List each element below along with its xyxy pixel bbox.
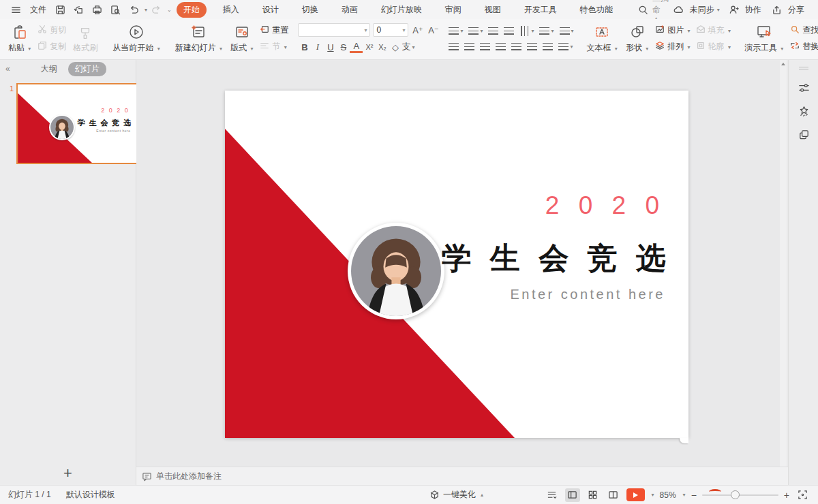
object-properties-icon[interactable] bbox=[789, 76, 818, 99]
font-family-select[interactable]: ▾ bbox=[298, 23, 370, 37]
play-from-current-button[interactable]: 从当前开始 ▾ bbox=[108, 24, 164, 54]
collapse-panel-button[interactable]: « bbox=[5, 64, 10, 74]
undo-chevron-icon[interactable]: ▾ bbox=[145, 7, 147, 13]
zoom-level[interactable]: 85% bbox=[660, 490, 676, 500]
one-click-beautify-button[interactable]: 一键美化 ▴ bbox=[429, 489, 483, 501]
quickbar-chevron-icon[interactable]: ⌄ bbox=[167, 7, 172, 13]
save-icon[interactable] bbox=[55, 4, 65, 16]
shapes-button[interactable]: 形状 ▾ bbox=[622, 24, 652, 54]
reset-button[interactable]: 重置 bbox=[257, 24, 291, 37]
clear-format-button[interactable]: ◇ bbox=[389, 40, 402, 54]
tab-transitions[interactable]: 切换 bbox=[295, 2, 325, 18]
tab-review[interactable]: 审阅 bbox=[438, 2, 468, 18]
slide-sorter-view-button[interactable] bbox=[586, 488, 601, 502]
output-icon[interactable] bbox=[74, 4, 84, 16]
decrease-indent-button[interactable] bbox=[486, 25, 500, 36]
present-tools-button[interactable]: 演示工具 ▾ bbox=[740, 24, 787, 54]
editing-canvas[interactable]: 2 0 2 0 学 生 会 竞 选 Enter content here bbox=[136, 60, 788, 467]
slideshow-play-button[interactable] bbox=[626, 488, 645, 501]
align-left-button[interactable] bbox=[446, 41, 461, 52]
zoom-out-button[interactable]: − bbox=[691, 490, 697, 501]
tab-home[interactable]: 开始 bbox=[177, 2, 207, 18]
replace-button[interactable]: 替换 ▾ bbox=[787, 40, 818, 54]
avatar[interactable] bbox=[348, 223, 444, 319]
tab-special-features[interactable]: 特色功能 bbox=[573, 2, 620, 18]
tab-slides[interactable]: 幻灯片 bbox=[68, 62, 106, 76]
align-right-button[interactable] bbox=[478, 41, 492, 52]
paragraph-more-button[interactable]: ▾ bbox=[558, 25, 576, 36]
normal-view-button[interactable] bbox=[565, 488, 580, 502]
redo-icon bbox=[151, 4, 162, 16]
underline-button[interactable]: U bbox=[324, 40, 337, 54]
zoom-chevron-icon[interactable]: ▾ bbox=[683, 492, 686, 498]
numbered-list-button[interactable]: ▾ bbox=[466, 25, 485, 36]
template-name[interactable]: 默认设计模板 bbox=[66, 489, 115, 501]
print-icon[interactable] bbox=[92, 4, 102, 16]
line-spacing-button[interactable]: ▾ bbox=[537, 25, 556, 36]
add-slide-button[interactable]: + bbox=[0, 466, 136, 481]
vertical-scrollbar[interactable] bbox=[780, 60, 787, 467]
thumb-year-text: 2 0 2 0 bbox=[101, 107, 130, 114]
notes-icon bbox=[142, 471, 152, 482]
justify-button[interactable] bbox=[494, 41, 508, 52]
strikethrough-button[interactable]: S bbox=[337, 40, 350, 54]
play-options-chevron-icon[interactable]: ▾ bbox=[652, 492, 654, 498]
bold-button[interactable]: B bbox=[298, 40, 311, 54]
text-tool-button[interactable]: 支▾ bbox=[402, 40, 414, 54]
print-preview-icon[interactable] bbox=[110, 4, 121, 16]
tab-slideshow[interactable]: 幻灯片放映 bbox=[374, 2, 429, 18]
superscript-button[interactable]: X² bbox=[363, 40, 376, 54]
rail-drag-handle[interactable] bbox=[799, 67, 808, 71]
bullet-list-button[interactable]: ▾ bbox=[446, 25, 465, 36]
layout-button[interactable]: 版式 ▾ bbox=[226, 24, 257, 54]
find-button[interactable]: 查找 bbox=[787, 24, 818, 37]
reading-view-button[interactable] bbox=[606, 488, 621, 502]
text-box-button[interactable]: 文本框 ▾ bbox=[583, 24, 622, 54]
align-center-button[interactable] bbox=[462, 41, 476, 52]
fit-to-window-button[interactable] bbox=[795, 488, 810, 502]
hamburger-menu-icon[interactable] bbox=[11, 4, 21, 16]
subtitle-text[interactable]: Enter content here bbox=[510, 287, 665, 302]
more-options-icon[interactable]: ⋮ bbox=[815, 5, 818, 14]
para-spacing-dec-button[interactable]: ▾ bbox=[556, 41, 575, 52]
text-direction-button[interactable]: ▾ bbox=[517, 25, 536, 36]
tab-design[interactable]: 设计 bbox=[256, 2, 286, 18]
subscript-button[interactable]: X₂ bbox=[376, 40, 389, 54]
slide-editor[interactable]: 2 0 2 0 学 生 会 竞 选 Enter content here bbox=[225, 91, 688, 438]
title-text[interactable]: 学 生 会 竞 选 bbox=[442, 238, 670, 279]
tab-outline[interactable]: 大纲 bbox=[34, 62, 64, 76]
distribute-button[interactable] bbox=[509, 41, 524, 52]
tab-view[interactable]: 视图 bbox=[478, 2, 508, 18]
notes-bar[interactable]: 单击此处添加备注 bbox=[136, 467, 788, 485]
sync-status[interactable]: 未同步 bbox=[690, 4, 714, 16]
new-slide-button[interactable]: 新建幻灯片 ▾ bbox=[171, 24, 226, 54]
shape-compare-icon[interactable] bbox=[789, 123, 818, 146]
scroll-up-icon[interactable] bbox=[781, 63, 785, 65]
columns-button[interactable] bbox=[525, 41, 539, 52]
increase-indent-button[interactable] bbox=[502, 25, 516, 36]
arrange-button[interactable]: 排列 ▾ bbox=[652, 40, 693, 54]
picture-button[interactable]: 图片 ▾ bbox=[652, 24, 693, 37]
file-menu[interactable]: 文件 bbox=[30, 4, 46, 16]
font-size-select[interactable]: 0▾ bbox=[373, 23, 408, 37]
sync-chevron-icon[interactable]: ▾ bbox=[717, 7, 720, 13]
tab-animation[interactable]: 动画 bbox=[335, 2, 365, 18]
collaborate-button[interactable]: 协作 bbox=[745, 4, 761, 16]
zoom-in-button[interactable]: + bbox=[784, 490, 789, 501]
paste-button[interactable]: 粘贴 ▾ bbox=[4, 24, 35, 54]
grow-font-button[interactable]: A⁺ bbox=[411, 23, 424, 37]
year-text[interactable]: 2 0 2 0 bbox=[545, 191, 665, 220]
smart-beautify-icon[interactable] bbox=[789, 99, 818, 123]
shrink-font-button[interactable]: A⁻ bbox=[427, 23, 440, 37]
tab-insert[interactable]: 插入 bbox=[216, 2, 246, 18]
notes-toggle-button[interactable] bbox=[545, 488, 560, 502]
undo-icon[interactable] bbox=[129, 4, 139, 16]
zoom-slider-thumb[interactable] bbox=[731, 490, 740, 499]
share-button[interactable]: 分享 bbox=[788, 4, 804, 16]
zoom-slider[interactable] bbox=[702, 494, 778, 496]
italic-button[interactable]: I bbox=[311, 40, 324, 54]
font-color-button[interactable]: A bbox=[350, 42, 363, 53]
slide-thumbnail[interactable]: 2 0 2 0 学 生 会 竞 选 Enter content here bbox=[16, 83, 138, 164]
tab-developer[interactable]: 开发工具 bbox=[517, 2, 564, 18]
para-spacing-inc-button[interactable] bbox=[541, 41, 555, 52]
